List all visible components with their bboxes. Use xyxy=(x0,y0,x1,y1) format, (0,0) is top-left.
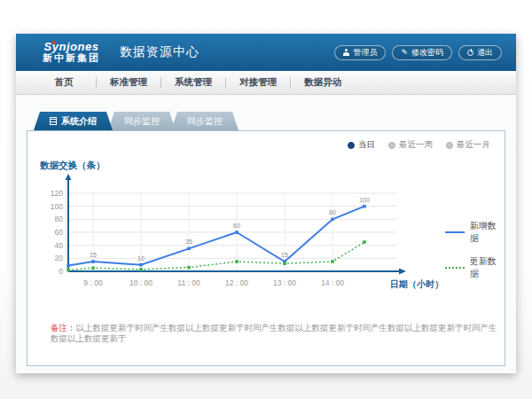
chart-y-axis-title: 数据交换（条） xyxy=(40,160,505,172)
footnote-prefix: 备注： xyxy=(51,323,76,332)
tab-system-intro[interactable]: 系统介绍 xyxy=(34,112,113,130)
period-option-last-week[interactable]: 最近一周 xyxy=(388,139,433,151)
current-user-label: 管理员 xyxy=(353,47,377,59)
document-icon xyxy=(50,117,57,125)
svg-text:日期（小时）: 日期（小时） xyxy=(390,279,443,289)
tab-label: 同步监控 xyxy=(187,112,223,130)
svg-text:80: 80 xyxy=(329,209,336,215)
svg-text:20: 20 xyxy=(55,254,64,262)
svg-text:0: 0 xyxy=(59,267,63,276)
tab-strip: 系统介绍 同步监控 同步监控 xyxy=(34,112,505,130)
company-logo: Synjones 新中新集团 xyxy=(43,41,100,63)
period-label: 最近一月 xyxy=(457,139,490,151)
svg-text:13 : 00: 13 : 00 xyxy=(273,278,296,287)
content-area: 系统介绍 同步监控 同步监控 当日 最近一周 xyxy=(16,95,516,373)
app-header: Synjones 新中新集团 数据资源中心 管理员 ✎ 修改密码 退出 xyxy=(16,34,516,71)
footnote-text: 以上数据更新于时间产生数据以上数据更新于时间产生数据以上数据更新于时间产生数据以… xyxy=(51,323,497,343)
change-password-label: 修改密码 xyxy=(411,47,443,59)
chart-row: 0204060801001209 : 0010 : 0011 : 0012 : … xyxy=(27,174,505,300)
nav-item-home[interactable]: 首页 xyxy=(32,76,96,89)
tab-label: 系统介绍 xyxy=(61,112,97,130)
svg-text:11 : 00: 11 : 00 xyxy=(177,278,200,287)
period-label: 当日 xyxy=(358,139,375,151)
period-option-last-month[interactable]: 最近一月 xyxy=(446,139,490,151)
tab-sync-monitor-2[interactable]: 同步监控 xyxy=(171,112,239,130)
radio-unselected-icon xyxy=(446,142,453,149)
svg-text:40: 40 xyxy=(55,241,64,250)
solid-line-swatch-icon xyxy=(445,231,465,233)
main-nav: 首页 标准管理 系统管理 对接管理 数据异动 xyxy=(16,71,516,95)
chart-panel: 当日 最近一周 最近一月 数据交换（条） 0204060801001209 : … xyxy=(27,130,505,366)
svg-text:100: 100 xyxy=(51,202,63,211)
change-password-button[interactable]: ✎ 修改密码 xyxy=(392,45,452,60)
legend-item-new-data[interactable]: 新增数据 xyxy=(445,220,505,245)
svg-text:15: 15 xyxy=(90,252,97,258)
svg-text:60: 60 xyxy=(55,228,64,237)
edit-icon: ✎ xyxy=(401,49,408,57)
logo-subtext: 新中新集团 xyxy=(43,53,100,64)
svg-text:10 : 00: 10 : 00 xyxy=(129,278,153,287)
chart-legend: 新增数据 更新数据 xyxy=(445,220,505,291)
nav-item-system-mgmt[interactable]: 系统管理 xyxy=(161,76,225,89)
logout-button[interactable]: 退出 xyxy=(458,45,502,60)
tab-sync-monitor-1[interactable]: 同步监控 xyxy=(108,112,176,130)
svg-text:120: 120 xyxy=(51,189,63,198)
radio-unselected-icon xyxy=(388,142,395,149)
svg-text:100: 100 xyxy=(359,197,370,203)
current-user-button[interactable]: 管理员 xyxy=(334,45,386,60)
nav-item-data-change[interactable]: 数据异动 xyxy=(291,76,355,89)
svg-text:12 : 00: 12 : 00 xyxy=(225,278,248,287)
power-icon xyxy=(467,50,473,56)
radio-selected-icon xyxy=(348,142,355,149)
period-label: 最近一周 xyxy=(399,139,433,151)
svg-text:9 : 00: 9 : 00 xyxy=(83,278,103,287)
period-filter: 当日 最近一周 最近一月 xyxy=(348,139,490,151)
user-bar: 管理员 ✎ 修改密码 退出 xyxy=(334,45,502,60)
logo-text: Synjones xyxy=(43,41,100,53)
nav-item-interface-mgmt[interactable]: 对接管理 xyxy=(226,76,290,89)
logout-label: 退出 xyxy=(477,47,493,59)
period-option-today[interactable]: 当日 xyxy=(348,139,375,151)
person-icon xyxy=(343,49,349,56)
legend-label: 更新数据 xyxy=(470,255,505,280)
line-chart: 0204060801001209 : 0010 : 0011 : 0012 : … xyxy=(33,174,445,300)
legend-item-update-data[interactable]: 更新数据 xyxy=(445,255,505,280)
legend-label: 新增数据 xyxy=(470,220,505,245)
app-title: 数据资源中心 xyxy=(120,44,200,60)
dotted-line-swatch-icon xyxy=(445,267,465,269)
nav-item-standard-mgmt[interactable]: 标准管理 xyxy=(97,76,160,89)
svg-text:35: 35 xyxy=(185,239,192,245)
svg-text:80: 80 xyxy=(55,215,64,223)
app-window: Synjones 新中新集团 数据资源中心 管理员 ✎ 修改密码 退出 首页 标… xyxy=(16,34,516,373)
tab-label: 同步监控 xyxy=(124,112,160,130)
svg-text:14 : 00: 14 : 00 xyxy=(321,278,344,287)
footnote: 备注：以上数据更新于时间产生数据以上数据更新于时间产生数据以上数据更新于时间产生… xyxy=(27,323,505,345)
svg-text:15: 15 xyxy=(281,252,288,258)
svg-text:60: 60 xyxy=(233,223,240,229)
svg-text:10: 10 xyxy=(137,255,145,262)
